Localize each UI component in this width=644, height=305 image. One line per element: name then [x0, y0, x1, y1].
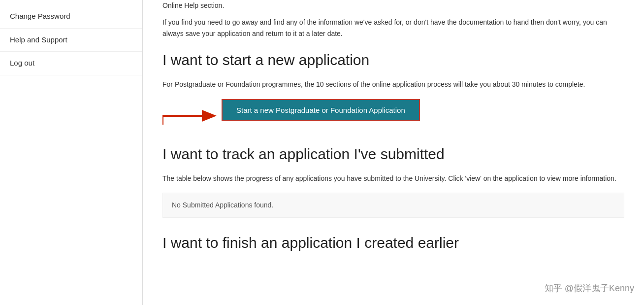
sidebar-item-help-support[interactable]: Help and Support	[0, 29, 142, 52]
red-arrow-icon	[162, 105, 217, 127]
sidebar-item-change-password[interactable]: Change Password	[0, 5, 142, 29]
sidebar: Change Password Help and Support Log out	[0, 0, 143, 305]
sidebar-item-logout[interactable]: Log out	[0, 52, 142, 75]
no-applications-message: No Submitted Applications found.	[162, 193, 624, 218]
watermark: 知乎 @假洋鬼子Kenny	[545, 282, 634, 295]
start-button-row: Start a new Postgraduate or Foundation A…	[162, 99, 624, 133]
track-application-section: I want to track an application I've subm…	[162, 143, 624, 218]
track-application-description: The table below shows the progress of an…	[162, 173, 624, 184]
start-new-application-button[interactable]: Start a new Postgraduate or Foundation A…	[222, 99, 420, 121]
main-content: Online Help section. If you find you nee…	[143, 0, 644, 305]
track-application-heading: I want to track an application I've subm…	[162, 143, 624, 165]
svg-marker-1	[202, 110, 217, 122]
finish-application-heading: I want to finish an application I create…	[162, 232, 624, 254]
intro-text-save-info: If you find you need to go away and find…	[162, 17, 624, 39]
intro-text-online-help: Online Help section.	[162, 0, 624, 11]
new-application-description: For Postgraduate or Foundation programme…	[162, 79, 624, 90]
new-application-heading: I want to start a new application	[162, 49, 624, 71]
finish-application-section: I want to finish an application I create…	[162, 232, 624, 254]
